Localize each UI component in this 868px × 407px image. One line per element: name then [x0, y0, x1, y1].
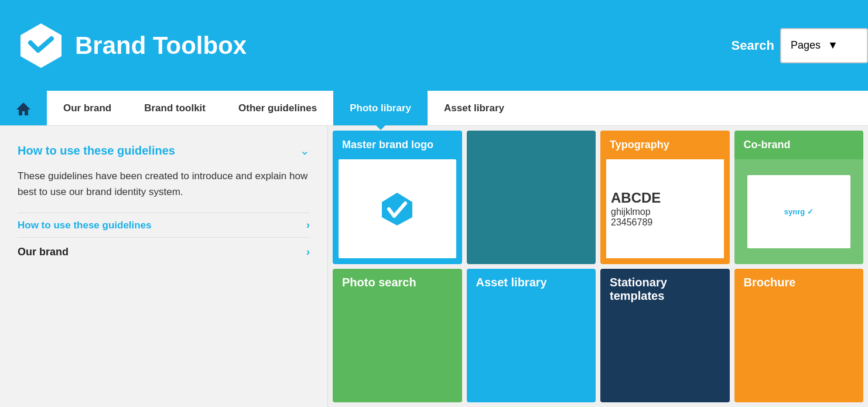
nav-item-photo-library[interactable]: Photo library [333, 91, 428, 125]
grid-card-brochure[interactable]: Brochure [734, 269, 864, 402]
navbar: Our brand Brand toolkit Other guidelines… [0, 91, 868, 126]
brand-toolbox-logo-icon [18, 22, 64, 69]
grid-card-co-brand[interactable]: Co-brand synrg ✓ [734, 131, 864, 264]
card-label-brochure: Brochure [734, 269, 864, 296]
brand-logo-preview [380, 191, 415, 227]
chevron-right-icon-2: › [306, 246, 310, 258]
card-body-colour-palette [467, 147, 596, 264]
card-header-master-brand: Master brand logo [333, 131, 462, 159]
main-grid: Master brand logo Typography ABCDE [328, 126, 868, 407]
search-label: Search [732, 38, 774, 53]
card-label-photo-search: Photo search [333, 269, 462, 296]
pages-dropdown-label: Pages [791, 39, 821, 52]
card-header-colour-palette [467, 131, 596, 147]
card-header-typography: Typography [600, 131, 730, 159]
pages-dropdown[interactable]: Pages ▼ [780, 28, 868, 63]
nav-item-our-brand[interactable]: Our brand [47, 91, 128, 125]
card-header-co-brand: Co-brand [734, 131, 864, 159]
cobrand-logo-preview: synrg ✓ [747, 175, 850, 248]
typography-sample-small: ghijklmop [611, 207, 651, 217]
grid-card-stationary-templates[interactable]: Stationary templates [600, 269, 730, 402]
guidelines-link-label: How to use these guidelines [18, 220, 152, 231]
card-label-asset-library: Asset library [467, 269, 596, 296]
sidebar: How to use these guidelines ⌄ These guid… [0, 126, 328, 407]
grid-card-colour-palette[interactable] [467, 131, 596, 264]
card-body-master-brand [339, 159, 456, 258]
logo-area: Brand Toolbox [18, 22, 247, 69]
content-area: How to use these guidelines ⌄ These guid… [0, 126, 868, 407]
nav-home-button[interactable] [0, 91, 47, 125]
svg-marker-1 [16, 102, 30, 115]
grid-card-master-brand-logo[interactable]: Master brand logo [333, 131, 462, 264]
header: Brand Toolbox Search Pages ▼ [0, 0, 868, 91]
typography-sample-large: ABCDE [611, 190, 661, 207]
grid-card-photo-search[interactable]: Photo search [333, 269, 462, 402]
grid-card-asset-library[interactable]: Asset library [467, 269, 596, 402]
guidelines-toggle-label: How to use these guidelines [18, 144, 175, 158]
svg-marker-2 [382, 193, 412, 225]
nav-item-brand-toolkit[interactable]: Brand toolkit [128, 91, 222, 125]
card-label-stationary-templates: Stationary templates [600, 269, 730, 310]
our-brand-label: Our brand [18, 246, 69, 258]
header-right: Search Pages ▼ [732, 0, 868, 91]
card-body-co-brand: synrg ✓ [734, 159, 864, 264]
typography-sample-numbers: 23456789 [611, 217, 652, 228]
grid-card-typography[interactable]: Typography ABCDE ghijklmop 23456789 [600, 131, 730, 264]
chevron-down-icon: ▼ [828, 39, 857, 52]
nav-item-asset-library[interactable]: Asset library [428, 91, 521, 125]
guidelines-description: These guidelines have been created to in… [18, 168, 310, 200]
cobrand-text: synrg ✓ [784, 207, 814, 216]
home-icon [15, 100, 32, 117]
brand-title: Brand Toolbox [75, 32, 247, 60]
card-body-typography: ABCDE ghijklmop 23456789 [606, 159, 724, 258]
chevron-right-icon: › [306, 219, 310, 231]
guidelines-toggle[interactable]: How to use these guidelines ⌄ [18, 143, 310, 158]
nav-item-other-guidelines[interactable]: Other guidelines [222, 91, 333, 125]
guidelines-link[interactable]: How to use these guidelines › [18, 213, 310, 237]
our-brand-link[interactable]: Our brand › [18, 237, 310, 266]
chevron-down-icon: ⌄ [300, 143, 310, 158]
